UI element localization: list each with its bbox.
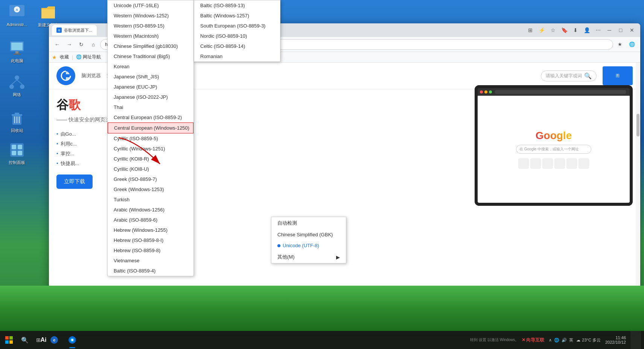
download-icon[interactable]: ⬇ xyxy=(570,25,581,35)
browser-tab[interactable]: G 谷歌浏览器下... xyxy=(52,25,97,35)
admin-label: Administr... xyxy=(7,22,27,27)
menu-item-windows1252[interactable]: Western (Windows-1252) xyxy=(108,11,193,21)
browser-screenshot: Google 在 Google 中搜索，或输入一个网址 xyxy=(475,85,633,206)
svg-text:G: G xyxy=(58,29,60,32)
menu-item-turkish[interactable]: Turkish xyxy=(108,194,193,205)
webpage-banner-img: 图 xyxy=(603,66,633,85)
svg-rect-6 xyxy=(13,54,21,55)
bookmark-item-2[interactable]: 🌐 网址导航 xyxy=(76,54,101,60)
menu-item-hebrew-win[interactable]: Hebrew (Windows-1255) xyxy=(108,225,193,235)
up-arrow-icon[interactable]: ∧ xyxy=(549,338,552,343)
show-desktop-button[interactable] xyxy=(630,331,641,349)
svg-point-9 xyxy=(20,84,24,89)
minimize-icon[interactable]: ─ xyxy=(604,25,615,35)
svg-rect-4 xyxy=(11,43,23,50)
profile-icon[interactable]: 👤 xyxy=(582,25,592,35)
menu-item-romanian[interactable]: Romanian xyxy=(194,51,280,61)
menu-item-auto-detect[interactable]: 自动检测 xyxy=(271,217,346,229)
back-button[interactable]: ← xyxy=(52,39,62,50)
desktop-icon-admin[interactable]: A Administr... xyxy=(2,2,32,28)
refresh-button[interactable]: ↻ xyxy=(76,39,87,50)
menu-item-hebrew-iso[interactable]: Hebrew (ISO-8859-8) xyxy=(108,245,193,256)
menu-item-iso2022jp[interactable]: Japanese (ISO-2022-JP) xyxy=(108,92,193,102)
download-button[interactable]: 立即下载 xyxy=(56,174,93,189)
taskbar-clock[interactable]: 11:46 2022/10/12 xyxy=(602,335,629,344)
menu-item-arabic-iso[interactable]: Arabic (ISO-8859-6) xyxy=(108,215,193,225)
svg-rect-26 xyxy=(5,336,9,340)
menu-item-greek-iso[interactable]: Greek (ISO-8859-7) xyxy=(108,174,193,184)
menu-item-korean[interactable]: Korean xyxy=(108,61,193,72)
browser-scrollbar-thumb[interactable] xyxy=(636,114,639,136)
menu-item-hebrew-iso-i[interactable]: Hebrew (ISO-8859-8-I) xyxy=(108,235,193,245)
star-icon[interactable]: ☆ xyxy=(548,25,558,35)
menu-item-nordic[interactable]: Nordic (ISO-8859-10) xyxy=(194,31,280,41)
svg-rect-29 xyxy=(9,340,13,344)
weather-temp: 23°C 多云 xyxy=(582,337,601,343)
menu-item-shiftjis[interactable]: Japanese (Shift_JIS) xyxy=(108,72,193,82)
menu-item-thai[interactable]: Thai xyxy=(108,102,193,112)
webpage-logo-circle xyxy=(56,66,75,85)
webpage-icon[interactable]: 🌐 xyxy=(627,39,637,50)
menu-item-celtic[interactable]: Celtic (ISO-8859-14) xyxy=(194,41,280,51)
svg-point-7 xyxy=(15,75,19,80)
lightning-icon[interactable]: ⚡ xyxy=(536,25,547,35)
menu-item-cyrillic-win[interactable]: Cyrillic (Windows-1251) xyxy=(108,144,193,154)
collections-icon[interactable]: 🔖 xyxy=(559,25,569,35)
menu-item-central-windows[interactable]: Central European (Windows-1250) xyxy=(108,122,193,133)
menu-item-baltic-win[interactable]: Baltic (Windows-1257) xyxy=(194,11,280,21)
forward-button[interactable]: → xyxy=(64,39,75,50)
encoding-bottom-menu: 自动检测 Chinese Simplified (GBK) Unicode (U… xyxy=(271,217,346,263)
desktop-icon-recycle-bin[interactable]: 回收站 xyxy=(2,107,32,135)
webpage-search-bar[interactable]: 请输入关键字或词 🔍 xyxy=(541,70,597,81)
menu-item-koi8r[interactable]: Cyrillic (KOI8-R) xyxy=(108,154,193,164)
nav-item-browser[interactable]: 脑浏览器 xyxy=(81,72,101,79)
menu-item-baltic-iso13[interactable]: Baltic (ISO-8859-13) xyxy=(194,0,280,11)
activate-windows-text: 转到 设置 以激活 Windows。 xyxy=(470,337,519,343)
settings-icon[interactable]: ⋯ xyxy=(593,25,603,35)
desktop-icon-control-panel[interactable]: 控制面板 xyxy=(2,139,32,167)
bookmark-separator: | xyxy=(72,55,73,60)
maximize-icon[interactable]: □ xyxy=(615,25,626,35)
menu-item-other[interactable]: 其他(M) ▶ xyxy=(271,251,346,263)
menu-item-utf16le[interactable]: Unicode (UTF-16LE) xyxy=(108,0,193,11)
start-button[interactable] xyxy=(0,331,18,349)
menu-item-iso8859-15[interactable]: Western (ISO-8859-15) xyxy=(108,21,193,31)
menu-item-eucjp[interactable]: Japanese (EUC-JP) xyxy=(108,82,193,92)
close-icon[interactable]: ✕ xyxy=(627,25,637,35)
menu-item-central-iso[interactable]: Central European (ISO-8859-2) xyxy=(108,112,193,122)
weather-icon: ☁ xyxy=(576,338,580,343)
menu-item-arabic-win[interactable]: Arabic (Windows-1256) xyxy=(108,205,193,215)
menu-item-gb18030[interactable]: Chinese Simplified (gb18030) xyxy=(108,41,193,51)
svg-line-11 xyxy=(17,80,22,84)
utf8-label: Unicode (UTF-8) xyxy=(283,243,319,248)
taskbar-app-sogou[interactable] xyxy=(63,331,81,349)
admin-icon: A xyxy=(8,3,26,21)
browser-scrollbar[interactable] xyxy=(636,63,640,319)
recycle-bin-icon xyxy=(8,109,26,127)
browser-favicon: G xyxy=(56,28,62,33)
desktop-icon-my-computer[interactable]: 此电脑 xyxy=(2,38,32,65)
menu-item-vietnamese[interactable]: Vietnamese xyxy=(108,256,193,266)
menu-item-greek-win[interactable]: Greek (Windows-1253) xyxy=(108,184,193,194)
collect-icon[interactable]: ★ xyxy=(615,39,625,50)
taskbar-search-button[interactable]: 🔍 xyxy=(18,331,32,349)
menu-item-macintosh[interactable]: Western (Macintosh) xyxy=(108,31,193,41)
menu-item-koi8u[interactable]: Cyrillic (KOI8-U) xyxy=(108,164,193,174)
menu-item-baltic-iso4[interactable]: Baltic (ISO-8859-4) xyxy=(108,266,193,276)
bookmark-item-1[interactable]: 收藏 xyxy=(60,54,69,60)
x-brand-text: 向导互联 xyxy=(526,337,544,343)
desktop-icon-network[interactable]: 网络 xyxy=(2,72,32,99)
svg-text:A: A xyxy=(16,8,18,12)
ai-label: Ai xyxy=(33,331,54,349)
browser-toolbar-right: ★ 🌐 xyxy=(615,39,637,50)
menu-item-chinese-gbk[interactable]: Chinese Simplified (GBK) xyxy=(271,229,346,240)
menu-item-south-european[interactable]: South European (ISO-8859-3) xyxy=(194,21,280,31)
menu-item-big5[interactable]: Chinese Traditional (Big5) xyxy=(108,51,193,61)
menu-item-cyrillic-iso[interactable]: Cyrillic (ISO-8859-5) xyxy=(108,133,193,144)
search-placeholder-text: 请输入关键字或词 xyxy=(546,73,582,79)
taskbar: 🔍 ⊞ e 转到 xyxy=(0,331,644,349)
windows-logo-icon xyxy=(5,336,13,344)
home-button[interactable]: ⌂ xyxy=(88,39,99,50)
grid-icon[interactable]: ⊞ xyxy=(525,25,536,35)
menu-item-utf8[interactable]: Unicode (UTF-8) xyxy=(271,240,346,251)
